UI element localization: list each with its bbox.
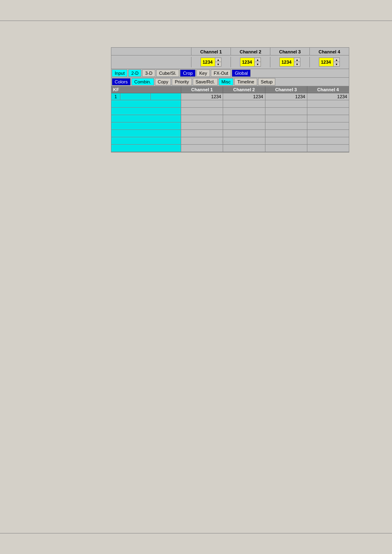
edr-kf-5 — [111, 130, 181, 137]
edr-val-6-3 — [265, 137, 307, 144]
spinbox-3[interactable]: 1234 ▲ ▼ — [279, 58, 300, 67]
tab-row-1: Input 2-D 3-D Cube/Sl. Crop Key FX-Out G… — [111, 69, 349, 78]
row-ch3-1: 1234 — [265, 93, 307, 100]
edr-val-3-1 — [181, 115, 223, 122]
edr-val-6-2 — [223, 137, 265, 144]
bottom-divider — [0, 533, 392, 533]
edr-kf-3 — [111, 115, 181, 122]
edr-val-2-2 — [223, 108, 265, 115]
th-kf: KF — [111, 86, 181, 93]
spinbox-2-down[interactable]: ▼ — [255, 62, 261, 66]
edr-val-3-3 — [265, 115, 307, 122]
edr-kf-4 — [111, 122, 181, 129]
row-kf1-1 — [120, 93, 151, 100]
table-row-empty-4 — [111, 122, 349, 130]
table-row-empty-2 — [111, 108, 349, 115]
th-ch3: Channel 3 — [265, 86, 307, 93]
edr-val-5-1 — [181, 130, 223, 137]
tab-timeline[interactable]: Timeline — [234, 78, 257, 85]
edr-val-4-3 — [265, 122, 307, 129]
edr-val-1-2 — [223, 100, 265, 107]
edr-val-5-3 — [265, 130, 307, 137]
tab-2d[interactable]: 2-D — [128, 69, 141, 77]
edr-kf-7 — [111, 145, 181, 152]
spinbox-3-down[interactable]: ▼ — [294, 62, 300, 66]
spinbox-4[interactable]: 1234 ▲ ▼ — [319, 58, 340, 67]
spinbox-4-down[interactable]: ▼ — [334, 62, 339, 66]
spinbox-4-arrows: ▲ ▼ — [333, 58, 339, 66]
table-header: KF Channel 1 Channel 2 Channel 3 Channel… — [111, 86, 349, 93]
channel-header-row: Channel 1 Channel 2 Channel 3 Channel 4 — [111, 48, 349, 55]
top-divider — [0, 21, 392, 21]
main-panel: Channel 1 Channel 2 Channel 3 Channel 4 … — [111, 47, 349, 152]
spinbox-2[interactable]: 1234 ▲ ▼ — [240, 58, 261, 67]
table-row-1: 1 1234 1234 1234 1234 — [111, 93, 349, 100]
edr-val-1-1 — [181, 100, 223, 107]
spinbox-4-up[interactable]: ▲ — [334, 58, 339, 62]
spinbox-1-up[interactable]: ▲ — [215, 58, 221, 62]
tab-combin[interactable]: Combin. — [131, 78, 154, 85]
tab-misc[interactable]: Misc — [219, 78, 234, 85]
row-ch1-1: 1234 — [181, 93, 223, 100]
edr-val-7-4 — [307, 145, 349, 152]
spinbox-2-up[interactable]: ▲ — [255, 58, 261, 62]
spinbox-4-value: 1234 — [319, 58, 333, 66]
edr-val-5-2 — [223, 130, 265, 137]
tab-row-2: Colors Combin. Copy Priority Save/Rcl. M… — [111, 78, 349, 86]
header-spacer — [111, 48, 191, 55]
edr-val-1-3 — [265, 100, 307, 107]
spinbox-1-value: 1234 — [201, 58, 215, 66]
spinbox-1-down[interactable]: ▼ — [215, 62, 221, 66]
channel2-header: Channel 2 — [231, 48, 270, 55]
table-row-empty-5 — [111, 130, 349, 137]
th-ch2: Channel 2 — [223, 86, 265, 93]
row-num-1: 1 — [111, 93, 120, 100]
th-ch4: Channel 4 — [307, 86, 349, 93]
tab-crop[interactable]: Crop — [180, 69, 196, 77]
edr-val-6-1 — [181, 137, 223, 144]
edr-val-4-1 — [181, 122, 223, 129]
tab-setup[interactable]: Setup — [258, 78, 276, 85]
tab-copy[interactable]: Copy — [155, 78, 171, 85]
edr-val-7-3 — [265, 145, 307, 152]
row-kf2-1 — [151, 93, 181, 100]
spinbox-2-value: 1234 — [240, 58, 254, 66]
edr-val-4-4 — [307, 122, 349, 129]
tab-cube-sl[interactable]: Cube/Sl. — [156, 69, 179, 77]
spinbox-2-arrows: ▲ ▼ — [254, 58, 261, 66]
channel3-header: Channel 3 — [270, 48, 310, 55]
table-row-empty-7 — [111, 145, 349, 152]
table-row-empty-1 — [111, 100, 349, 108]
tab-3d[interactable]: 3-D — [142, 69, 155, 77]
tab-fx-out[interactable]: FX-Out — [211, 69, 231, 77]
edr-val-3-4 — [307, 115, 349, 122]
spinbox-row: 1234 ▲ ▼ 1234 ▲ ▼ 1234 — [111, 55, 349, 69]
edr-val-4-2 — [223, 122, 265, 129]
row-ch2-1: 1234 — [223, 93, 265, 100]
spinbox-1[interactable]: 1234 ▲ ▼ — [201, 58, 221, 67]
row-ch4-1: 1234 — [307, 93, 349, 100]
edr-val-2-1 — [181, 108, 223, 115]
channel1-header: Channel 1 — [191, 48, 231, 55]
edr-val-2-3 — [265, 108, 307, 115]
edr-val-1-4 — [307, 100, 349, 107]
spinbox-spacer — [111, 57, 191, 67]
spinbox-3-value: 1234 — [280, 58, 294, 66]
tab-key[interactable]: Key — [196, 69, 210, 77]
edr-val-6-4 — [307, 137, 349, 144]
spinbox-3-arrows: ▲ ▼ — [294, 58, 300, 66]
edr-val-7-2 — [223, 145, 265, 152]
tab-colors[interactable]: Colors — [112, 78, 131, 85]
channel4-header: Channel 4 — [310, 48, 349, 55]
tab-input[interactable]: Input — [112, 69, 127, 77]
edr-val-7-1 — [181, 145, 223, 152]
tab-save-rcl[interactable]: Save/Rcl. — [193, 78, 218, 85]
page-container: Channel 1 Channel 2 Channel 3 Channel 4 … — [0, 0, 392, 554]
edr-val-3-2 — [223, 115, 265, 122]
th-ch1: Channel 1 — [181, 86, 223, 93]
edr-kf-6 — [111, 137, 181, 144]
tab-priority[interactable]: Priority — [172, 78, 191, 85]
spinbox-3-up[interactable]: ▲ — [294, 58, 300, 62]
tab-global[interactable]: Global — [232, 69, 251, 77]
table-row-empty-6 — [111, 137, 349, 145]
